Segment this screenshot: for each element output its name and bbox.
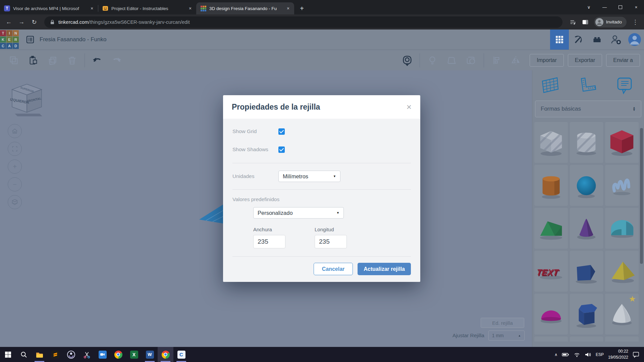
import-button[interactable]: Importar bbox=[530, 54, 564, 67]
snip-scissors-icon[interactable] bbox=[79, 347, 95, 362]
width-input[interactable] bbox=[253, 235, 285, 248]
shape-yellow-pyramid[interactable] bbox=[605, 251, 639, 292]
show-grid-checkbox[interactable] bbox=[278, 128, 285, 135]
update-grid-button[interactable]: Actualizar rejilla bbox=[358, 263, 411, 275]
undo-icon[interactable] bbox=[92, 55, 103, 66]
tab-close-icon[interactable]: × bbox=[285, 5, 291, 12]
shape-blue-hex-prism[interactable] bbox=[570, 294, 603, 335]
browser-tab-instructables[interactable]: Project Editor - Instructables × bbox=[98, 2, 196, 14]
design-menu-icon[interactable] bbox=[23, 33, 37, 46]
shape-category-select[interactable]: Formas básicas ▲▼ bbox=[535, 101, 641, 117]
profile-button[interactable]: Invitado bbox=[594, 17, 627, 27]
workplane-tool-icon[interactable] bbox=[540, 76, 560, 95]
copy-icon[interactable] bbox=[8, 55, 19, 66]
clock[interactable]: 00:22 19/05/2022 bbox=[608, 349, 628, 360]
inspect-icon[interactable] bbox=[401, 55, 413, 66]
browser-tab-tinkercad[interactable]: 3D design Fresia Fasanando - Fu × bbox=[196, 2, 294, 14]
design-title[interactable]: Fresia Fasanando - Funko bbox=[40, 36, 106, 43]
shape-blue-sphere[interactable] bbox=[570, 165, 603, 206]
zoom-in-button[interactable]: + bbox=[8, 160, 22, 174]
sidebar-scrollbar[interactable] bbox=[640, 128, 643, 264]
shape-striped-box[interactable] bbox=[534, 122, 568, 163]
address-bar[interactable]: tinkercad.com/things/gzxa5wS6CER-swanky-… bbox=[44, 16, 562, 28]
show-shadows-checkbox[interactable] bbox=[278, 146, 285, 153]
solid-shape-icon[interactable] bbox=[446, 55, 458, 66]
language-indicator[interactable]: ESP bbox=[596, 352, 604, 357]
chrome-active-icon[interactable] bbox=[158, 347, 173, 362]
volume-icon[interactable] bbox=[585, 352, 591, 358]
shape-cell-partial[interactable] bbox=[534, 337, 568, 342]
fit-view-button[interactable] bbox=[8, 142, 22, 156]
excel-icon[interactable]: X bbox=[126, 347, 142, 362]
export-button[interactable]: Exportar bbox=[568, 54, 602, 67]
view-cube[interactable]: IZQUIERDA FRONTAL SUPERIOR bbox=[7, 81, 46, 120]
search-icon[interactable] bbox=[16, 347, 32, 362]
shape-navy-wedge[interactable] bbox=[570, 251, 603, 292]
shape-cell-partial[interactable] bbox=[605, 337, 639, 342]
shape-red-box[interactable] bbox=[605, 122, 639, 163]
units-select[interactable]: Milímetros ▼ bbox=[278, 171, 340, 182]
word-icon[interactable]: W bbox=[142, 347, 158, 362]
shape-gray-paraboloid[interactable]: ★ bbox=[605, 294, 639, 335]
notes-tool-icon[interactable] bbox=[615, 76, 634, 95]
hole-shape-icon[interactable] bbox=[466, 55, 477, 66]
c-app-icon[interactable]: C bbox=[173, 347, 189, 362]
window-maximize-button[interactable] bbox=[612, 0, 628, 14]
notification-center-icon[interactable] bbox=[633, 351, 639, 358]
forward-button[interactable]: → bbox=[16, 17, 27, 27]
send-to-button[interactable]: Enviar a bbox=[606, 54, 640, 67]
shape-magenta-half-sphere[interactable] bbox=[534, 294, 568, 335]
browser-tab-teams[interactable]: T Visor de archivos MP4 | Microsof × bbox=[0, 2, 98, 14]
light-bulb-icon[interactable] bbox=[427, 55, 438, 66]
tab-close-icon[interactable]: × bbox=[187, 5, 194, 12]
ruler-tool-icon[interactable] bbox=[578, 76, 597, 95]
file-explorer-icon[interactable] bbox=[32, 347, 47, 362]
window-minimize-button[interactable]: — bbox=[597, 0, 612, 14]
shape-scribble[interactable] bbox=[605, 165, 639, 206]
redo-icon[interactable] bbox=[111, 55, 122, 66]
blocks-brick-button[interactable] bbox=[588, 29, 606, 50]
camera-app-icon[interactable] bbox=[95, 347, 110, 362]
perspective-toggle-button[interactable] bbox=[8, 195, 22, 209]
paste-icon[interactable] bbox=[28, 55, 39, 66]
battery-icon[interactable] bbox=[562, 352, 569, 358]
network-icon[interactable] bbox=[574, 352, 580, 358]
snap-grid-select[interactable]: 1 mm ▲ bbox=[488, 330, 525, 341]
tab-close-icon[interactable]: × bbox=[89, 5, 95, 12]
edit-grid-button[interactable]: Ed. rejilla bbox=[481, 318, 524, 328]
align-icon[interactable] bbox=[491, 55, 502, 66]
delete-icon[interactable] bbox=[66, 55, 78, 66]
window-close-button[interactable]: × bbox=[628, 0, 644, 14]
chrome-icon[interactable] bbox=[110, 347, 126, 362]
back-button[interactable]: ← bbox=[3, 17, 14, 27]
presets-select[interactable]: Personalizado ▼ bbox=[253, 207, 344, 219]
side-panel-icon[interactable] bbox=[580, 17, 591, 27]
favorite-star-icon[interactable]: ★ bbox=[629, 295, 636, 303]
browser-menu-icon[interactable]: ⋮ bbox=[630, 17, 641, 27]
length-input[interactable] bbox=[315, 235, 347, 248]
shape-teal-round-roof[interactable] bbox=[605, 208, 639, 249]
start-button[interactable] bbox=[0, 347, 16, 362]
tinkercad-logo[interactable]: TINKERCAD bbox=[0, 30, 19, 49]
sublime-icon[interactable] bbox=[47, 347, 63, 362]
shape-cell-partial[interactable] bbox=[570, 337, 603, 342]
shape-red-text[interactable]: TEXT TEXT bbox=[534, 251, 568, 292]
dashboard-grid-button[interactable] bbox=[550, 29, 569, 50]
new-tab-button[interactable]: + bbox=[297, 3, 307, 13]
mirror-icon[interactable] bbox=[510, 55, 522, 66]
obs-icon[interactable] bbox=[63, 347, 79, 362]
tinker-pickaxe-button[interactable] bbox=[569, 29, 588, 50]
reload-button[interactable]: ↻ bbox=[29, 17, 40, 27]
zoom-out-button[interactable]: − bbox=[8, 177, 22, 191]
media-controls-icon[interactable] bbox=[567, 17, 578, 27]
tab-search-chevron-icon[interactable]: ∨ bbox=[581, 0, 597, 14]
shape-green-roof[interactable] bbox=[534, 208, 568, 249]
shape-purple-cone[interactable] bbox=[570, 208, 603, 249]
invite-person-button[interactable] bbox=[606, 29, 625, 50]
shape-striped-cylinder[interactable] bbox=[570, 122, 603, 163]
home-view-button[interactable] bbox=[8, 124, 22, 138]
cancel-button[interactable]: Cancelar bbox=[314, 263, 353, 275]
shape-orange-cylinder[interactable] bbox=[534, 165, 568, 206]
user-avatar[interactable] bbox=[625, 29, 644, 50]
tray-chevron-icon[interactable]: ∧ bbox=[554, 352, 557, 357]
